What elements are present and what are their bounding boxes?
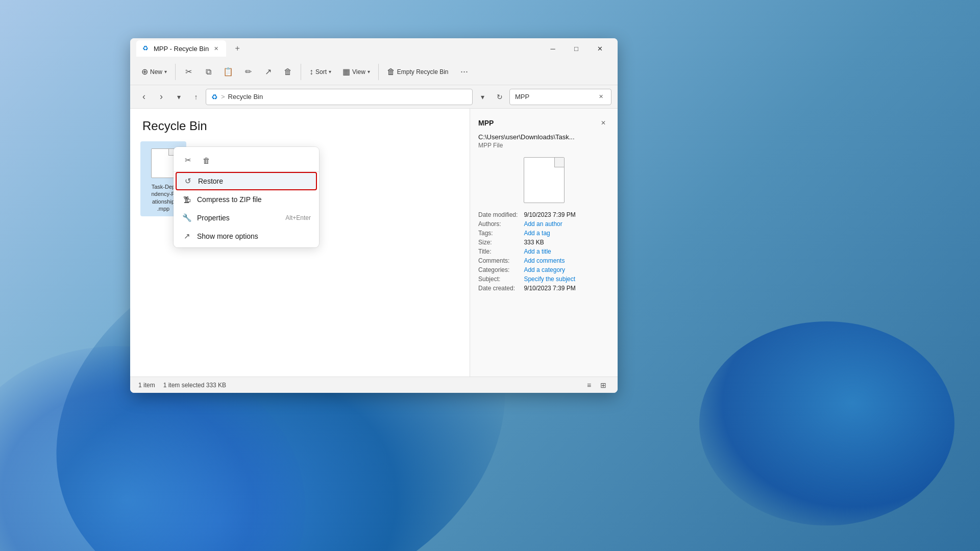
details-panel: MPP ✕ C:\Users\user\Downloads\Task... MP… (470, 109, 618, 377)
toolbar-icon-group: ✂ ⧉ 📋 ✏ ↗ 🗑 (179, 62, 298, 82)
details-preview (478, 157, 609, 203)
file-page (151, 148, 176, 178)
authors-label: Authors: (478, 220, 518, 228)
empty-recycle-icon: 🗑 (387, 67, 395, 77)
grid-view-button[interactable]: ⊞ (597, 379, 609, 391)
status-left: 1 item 1 item selected 333 KB (138, 382, 226, 389)
context-compress-item[interactable]: 🗜 Compress to ZIP file (174, 190, 319, 209)
sort-label: Sort (315, 68, 327, 76)
context-properties-item[interactable]: 🔧 Properties Alt+Enter (174, 209, 319, 227)
comments-label: Comments: (478, 257, 518, 264)
context-delete-button[interactable]: 🗑 (198, 152, 214, 168)
categories-label: Categories: (478, 266, 518, 273)
file-name: Task-Dep ndency-R ationship .mpp (151, 183, 175, 212)
recycle-bin-heading: Recycle Bin (140, 119, 459, 133)
date-created-value: 9/10/2023 7:39 PM (524, 285, 609, 292)
content-area: Recycle Bin Task-Dep ndency-R ationship … (130, 109, 618, 377)
view-arrow: ▾ (368, 69, 370, 74)
empty-recycle-label: Empty Recycle Bin (397, 68, 449, 76)
active-tab[interactable]: ♻ MPP - Recycle Bin ✕ (136, 40, 226, 57)
view-icon: ▦ (342, 67, 350, 77)
new-label: New (150, 68, 162, 76)
compress-icon: 🗜 (182, 194, 192, 205)
maximize-button[interactable]: □ (565, 40, 588, 57)
list-view-button[interactable]: ≡ (583, 379, 595, 391)
restore-icon: ↺ (183, 176, 193, 186)
details-filetype: MPP File (478, 142, 609, 149)
tags-value[interactable]: Add a tag (524, 230, 609, 237)
context-menu: ✂ 🗑 ↺ Restore 🗜 Compress to ZIP file 🔧 P… (174, 147, 319, 247)
breadcrumb-separator: > (221, 93, 225, 101)
toolbar: ⊕ New ▾ ✂ ⧉ 📋 ✏ ↗ 🗑 ↕ Sort ▾ ▦ View ▾ (130, 59, 618, 85)
forward-button[interactable]: › (154, 89, 169, 105)
sort-icon: ↕ (309, 67, 313, 77)
authors-value[interactable]: Add an author (524, 220, 609, 228)
address-path[interactable]: ♻ > Recycle Bin (206, 89, 473, 105)
subject-label: Subject: (478, 276, 518, 283)
size-label: Size: (478, 239, 518, 246)
comments-value[interactable]: Add comments (524, 257, 609, 264)
new-tab-button[interactable]: + (230, 41, 244, 56)
empty-recycle-bin-button[interactable]: 🗑 Empty Recycle Bin (382, 61, 454, 83)
path-icon: ♻ (211, 93, 218, 101)
context-cut-button[interactable]: ✂ (180, 152, 196, 168)
details-metadata: Date modified: 9/10/2023 7:39 PM Authors… (478, 211, 609, 292)
properties-icon: 🔧 (182, 213, 192, 223)
categories-value[interactable]: Add a category (524, 266, 609, 273)
address-bar: ‹ › ▾ ↑ ♻ > Recycle Bin ▾ ↻ MPP ✕ (130, 85, 618, 109)
title-bar-controls: ─ □ ✕ (541, 40, 611, 57)
details-close-button[interactable]: ✕ (597, 117, 609, 129)
toolbar-sep-1 (175, 64, 176, 80)
refresh-button[interactable]: ↻ (492, 89, 507, 105)
context-more-options-item[interactable]: ↗ Show more options (174, 227, 319, 245)
breadcrumb-recycle-bin: Recycle Bin (228, 93, 263, 101)
item-count: 1 item (138, 382, 155, 389)
delete-button[interactable]: 🗑 (278, 62, 298, 82)
subject-value[interactable]: Specify the subject (524, 276, 609, 283)
context-menu-top-actions: ✂ 🗑 (174, 149, 319, 172)
new-icon: ⊕ (141, 67, 148, 77)
minimize-button[interactable]: ─ (541, 40, 565, 57)
more-options-button[interactable]: ··· (455, 62, 474, 82)
details-title: MPP (478, 119, 494, 127)
status-bar: 1 item 1 item selected 333 KB ≡ ⊞ (130, 377, 618, 393)
search-value: MPP (515, 93, 593, 101)
details-filepath: C:\Users\user\Downloads\Task... (478, 133, 609, 141)
search-clear-button[interactable]: ✕ (596, 92, 606, 102)
tab-close-btn[interactable]: ✕ (212, 44, 220, 53)
selected-info: 1 item selected 333 KB (163, 382, 226, 389)
restore-label: Restore (198, 177, 223, 185)
close-button[interactable]: ✕ (588, 40, 611, 57)
address-dropdown-button[interactable]: ▾ (475, 89, 490, 105)
paste-button[interactable]: 📋 (218, 62, 238, 82)
sort-button[interactable]: ↕ Sort ▾ (304, 61, 336, 83)
date-modified-value: 9/10/2023 7:39 PM (524, 211, 609, 218)
size-value: 333 KB (524, 239, 609, 246)
view-label: View (352, 68, 365, 76)
files-panel: Recycle Bin Task-Dep ndency-R ationship … (130, 109, 470, 377)
rename-button[interactable]: ✏ (238, 62, 258, 82)
status-view-controls: ≡ ⊞ (583, 379, 609, 391)
properties-shortcut: Alt+Enter (285, 214, 311, 221)
title-value[interactable]: Add a title (524, 248, 609, 255)
context-restore-item[interactable]: ↺ Restore (176, 172, 317, 190)
back-button[interactable]: ‹ (136, 89, 152, 105)
up-button[interactable]: ↑ (188, 89, 204, 105)
new-button[interactable]: ⊕ New ▾ (136, 61, 172, 83)
title-bar: ♻ MPP - Recycle Bin ✕ + ─ □ ✕ (130, 38, 618, 59)
share-button[interactable]: ↗ (258, 62, 278, 82)
history-dropdown-button[interactable]: ▾ (171, 89, 186, 105)
win11-swirl-bg3 (699, 321, 954, 525)
sort-arrow: ▾ (329, 69, 331, 74)
cut-button[interactable]: ✂ (179, 62, 198, 82)
view-button[interactable]: ▦ View ▾ (337, 61, 375, 83)
more-options-label: Show more options (197, 232, 258, 240)
details-header: MPP ✕ (478, 117, 609, 129)
title-label: Title: (478, 248, 518, 255)
more-options-icon: ↗ (182, 231, 192, 241)
date-created-label: Date created: (478, 285, 518, 292)
new-arrow: ▾ (164, 69, 167, 74)
search-box[interactable]: MPP ✕ (509, 89, 611, 105)
copy-button[interactable]: ⧉ (199, 62, 218, 82)
recycle-bin-tab-icon: ♻ (142, 44, 151, 53)
